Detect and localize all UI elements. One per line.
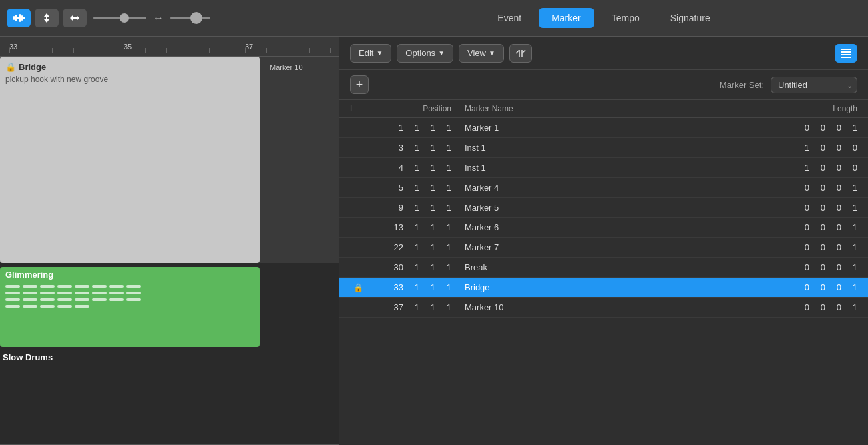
lock-icon: 🔒: [353, 283, 363, 292]
list-view-button[interactable]: [835, 44, 857, 63]
col-length: 1 0 0 0: [751, 163, 857, 173]
pos-tick: 1: [439, 282, 451, 292]
len-tick: 1: [845, 302, 857, 312]
svg-rect-1: [15, 15, 17, 21]
len-tick: 1: [845, 183, 857, 193]
col-header-position: Position: [366, 104, 459, 113]
pos-div: 1: [423, 203, 435, 213]
len-beat: 0: [813, 302, 825, 312]
len-beat: 0: [813, 222, 825, 232]
len-div: 0: [829, 183, 841, 193]
add-marker-button[interactable]: +: [350, 75, 369, 94]
len-div: 0: [829, 163, 841, 173]
glimmering-region: Glimmering: [0, 267, 260, 347]
pos-div: 1: [423, 242, 435, 252]
col-header-l: L: [350, 104, 366, 113]
pos-bar: 1: [391, 123, 403, 133]
col-marker-name: Break: [459, 262, 751, 272]
table-row[interactable]: 22 1 1 1 Marker 7 0 0 0 1: [339, 238, 868, 258]
pos-beat: 1: [407, 262, 419, 272]
pos-tick: 1: [439, 203, 451, 213]
len-bar: 0: [797, 262, 809, 272]
snap-button[interactable]: [509, 44, 532, 63]
len-div: 0: [829, 262, 841, 272]
col-marker-name: Bridge: [459, 282, 751, 292]
left-right-tool-button[interactable]: [63, 9, 87, 27]
pos-beat: 1: [407, 163, 419, 173]
pos-bar: 3: [391, 143, 403, 153]
col-position: 1 1 1 1: [366, 123, 459, 133]
pitch-slider[interactable]: [93, 17, 146, 19]
table-row[interactable]: 13 1 1 1 Marker 6 0 0 0 1: [339, 218, 868, 238]
col-length: 0 0 0 1: [751, 262, 857, 272]
table-row[interactable]: 30 1 1 1 Break 0 0 0 1: [339, 258, 868, 278]
len-div: 0: [829, 123, 841, 133]
len-bar: 0: [797, 242, 809, 252]
up-down-tool-button[interactable]: [35, 9, 59, 27]
bridge-region: 🔒 Bridge pickup hook with new groove: [0, 57, 260, 263]
len-beat: 0: [813, 183, 825, 193]
len-tick: 1: [845, 282, 857, 292]
len-div: 0: [829, 203, 841, 213]
waveform-tool-button[interactable]: [7, 9, 31, 27]
toolbar: ↔: [0, 0, 339, 37]
table-row[interactable]: 37 1 1 1 Marker 10 0 0 0 1: [339, 298, 868, 318]
tab-tempo[interactable]: Tempo: [598, 8, 653, 28]
pattern-row-4: [5, 305, 254, 308]
svg-rect-4: [21, 15, 23, 21]
timeline-ruler: 33 35 37: [0, 37, 339, 57]
zoom-slider[interactable]: [170, 17, 210, 19]
table-row[interactable]: 9 1 1 1 Marker 5 0 0 0 1: [339, 198, 868, 218]
len-beat: 0: [813, 282, 825, 292]
tab-event[interactable]: Event: [484, 8, 535, 28]
view-chevron: ▼: [489, 49, 495, 57]
len-bar: 0: [797, 282, 809, 292]
len-beat: 0: [813, 203, 825, 213]
pos-bar: 5: [391, 183, 403, 193]
col-length: 0 0 0 1: [751, 242, 857, 252]
tab-marker[interactable]: Marker: [539, 8, 594, 28]
marker10-label: Marker 10: [270, 63, 303, 71]
edit-chevron: ▼: [376, 49, 383, 57]
marker-set-select[interactable]: Untitled: [771, 77, 857, 93]
table-row[interactable]: 3 1 1 1 Inst 1 1 0 0 0: [339, 138, 868, 158]
col-lock: 🔒: [350, 283, 366, 292]
col-position: 5 1 1 1: [366, 183, 459, 193]
col-marker-name: Marker 10: [459, 302, 751, 312]
table-row[interactable]: 🔒 33 1 1 1 Bridge 0 0 0 1: [339, 278, 868, 298]
svg-rect-3: [19, 14, 21, 22]
edit-button[interactable]: Edit ▼: [350, 44, 391, 63]
col-length: 0 0 0 1: [751, 302, 857, 312]
pos-beat: 1: [407, 183, 419, 193]
pos-div: 1: [423, 123, 435, 133]
len-div: 0: [829, 143, 841, 153]
table-row[interactable]: 4 1 1 1 Inst 1 1 0 0 0: [339, 158, 868, 178]
table-row[interactable]: 1 1 1 1 Marker 1 0 0 0 1: [339, 118, 868, 138]
tab-signature[interactable]: Signature: [657, 8, 724, 28]
options-button[interactable]: Options ▼: [397, 44, 453, 63]
bridge-subtitle: pickup hook with new groove: [5, 75, 254, 84]
col-header-name: Marker Name: [459, 104, 751, 113]
col-marker-name: Marker 4: [459, 183, 751, 193]
len-beat: 0: [813, 262, 825, 272]
col-length: 1 0 0 0: [751, 143, 857, 153]
view-button[interactable]: View ▼: [459, 44, 504, 63]
pattern-lines: [0, 282, 260, 310]
svg-rect-18: [841, 54, 851, 55]
pos-div: 1: [423, 163, 435, 173]
pos-beat: 1: [407, 282, 419, 292]
pos-tick: 1: [439, 123, 451, 133]
svg-rect-5: [23, 17, 25, 19]
col-length: 0 0 0 1: [751, 183, 857, 193]
table-row[interactable]: 5 1 1 1 Marker 4 0 0 0 1: [339, 178, 868, 198]
len-bar: 1: [797, 163, 809, 173]
len-bar: 1: [797, 143, 809, 153]
col-marker-name: Marker 5: [459, 203, 751, 213]
col-marker-name: Marker 7: [459, 242, 751, 252]
len-tick: 1: [845, 222, 857, 232]
len-bar: 0: [797, 222, 809, 232]
pattern-row-2: [5, 292, 254, 294]
len-bar: 0: [797, 123, 809, 133]
pos-tick: 1: [439, 183, 451, 193]
marker-set-bar: + Marker Set: Untitled: [339, 70, 868, 100]
